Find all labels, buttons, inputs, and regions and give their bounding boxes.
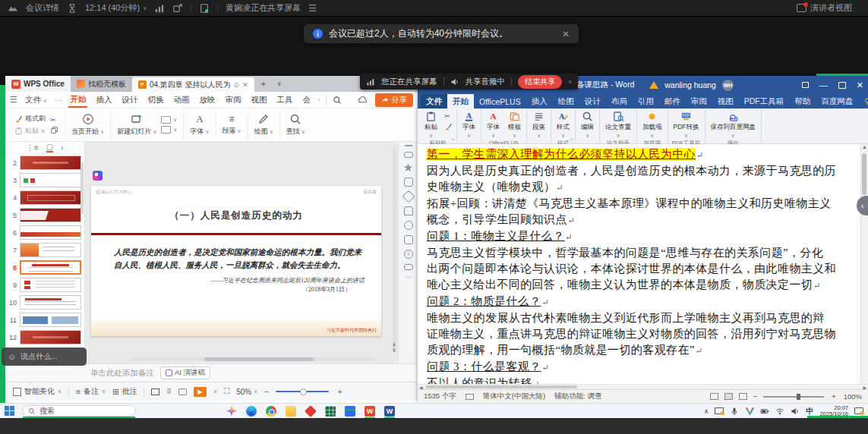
doc-line-3[interactable]: 史唯物主义（唯物史观）↵ [418,179,868,196]
wps-menu-开始[interactable]: 开始 [68,93,87,108]
word-tab-百度网盘[interactable]: 百度网盘 [816,94,858,108]
slide-view-icon[interactable]: ▢ [46,143,53,153]
slide-thumbnail-4[interactable]: 4 [5,189,84,206]
meeting-notes-icon[interactable] [199,3,210,14]
wps-ai-icon[interactable] [93,171,103,181]
word-tab-OfficePLUS[interactable]: OfficePLUS [474,94,526,108]
doc-line-11[interactable]: 唯物主义的发展从古代朴素唯物主义到近代形而上学唯物主义再到马克思的辩 [418,310,868,326]
wps-menu-设计[interactable]: 设计 [120,93,139,107]
more-tools-icon[interactable]: ⋯ [405,275,412,278]
wps-home-tab[interactable]: W WPS Office [5,76,71,92]
word-tab-引用[interactable]: 引用 [633,94,659,108]
list-icon[interactable]: ☰ [308,3,317,14]
word-tab-审阅[interactable]: 审阅 [686,94,712,108]
play-options-chevron[interactable]: ∨ [213,388,217,395]
slide-thumb-image[interactable] [20,278,81,292]
slide-thumb-image[interactable] [20,313,81,327]
ribbon-button-样式[interactable]: A样式∨ [555,111,571,139]
ribbon-button-论文查重[interactable]: 论文查重∨ [604,111,633,139]
wifi-icon[interactable] [775,407,784,416]
taskbar-app-grid[interactable] [325,406,336,417]
display-notification-icon[interactable] [715,407,724,414]
hamburger-icon[interactable]: ☰ [10,95,17,105]
microphone-icon[interactable] [730,407,739,416]
wps-menu-视图[interactable]: 视图 [249,93,268,107]
word-tab-文件[interactable]: 文件 [421,94,447,108]
doc-line-8[interactable]: 出两个问题即本体论与认识论，本体论探讨世界的本体是什么，由此唯物主义和 [418,261,868,277]
stamp-icon[interactable] [404,221,413,230]
fullscreen-icon[interactable]: ⛶ [224,387,229,396]
read-mode-icon[interactable] [710,393,718,400]
slide-thumb-image[interactable] [20,330,81,344]
wps-menu-工具[interactable]: 工具 [275,93,294,107]
notification-center-icon[interactable] [854,407,863,414]
taskbar-app-word[interactable]: W [384,406,395,417]
tray-chevron-icon[interactable]: ∧ [704,407,709,415]
ime-indicator[interactable]: 中 [806,406,813,417]
slide-thumb-image[interactable] [20,173,81,187]
slide-thumbnail-6[interactable]: 6 [5,224,84,241]
copy-icon[interactable] [50,126,58,134]
ribbon-button-保存到百度网盘[interactable]: 保存到百度网盘∨ [709,111,758,139]
search-icon[interactable] [333,96,342,105]
meeting-chat-input[interactable]: ☺ 说点什么... [2,348,87,366]
theme-dropdown[interactable]: ∨ [161,126,177,134]
start-button[interactable] [5,406,15,417]
tab-close-icon[interactable]: ✕ [242,81,248,89]
frame-icon[interactable] [404,235,413,244]
word-tab-告诉我[interactable]: 告诉我 [858,94,868,108]
normal-view-icon[interactable] [151,388,159,395]
slide-thumb-image[interactable] [20,243,81,257]
doc-line-6[interactable]: 问题 1：唯物主义是什么？↵ [418,228,868,245]
print-layout-icon[interactable] [724,393,733,400]
status-zoom-in[interactable]: ＋ [830,392,838,401]
wps-menu-审阅[interactable]: 审阅 [223,93,242,107]
word-vertical-scrollbar[interactable]: ▲ [860,144,868,384]
meeting-timer[interactable]: 12:14 (40分钟)∨ [85,2,147,14]
help-icon[interactable]: ? [404,250,413,259]
taskbar-app-edge[interactable] [246,406,257,417]
slide-thumb-image[interactable] [20,208,81,222]
crown-icon[interactable] [404,206,413,215]
outline-view-icon[interactable]: ⋮≡ [27,143,39,152]
taskbar-app-tdocs[interactable] [345,406,355,417]
slide-thumbnail-11[interactable]: 11 [5,311,84,329]
zoom-level[interactable]: 50%∨ [236,388,257,396]
doc-line-4[interactable]: 拓展+回顾：讲清楚《马克思主义基本原理》课程中的唯物主义和历史唯物主义 [418,196,868,212]
slide-thumbnail-12[interactable]: 12 [5,329,84,346]
ribbon-button-粘贴[interactable]: 粘贴∨ [423,111,439,139]
reading-view-icon[interactable] [178,388,187,395]
presenter-view-icon[interactable] [797,4,806,12]
presenter-view-label[interactable]: 演讲者视图 [810,2,852,14]
slide-canvas[interactable]: 坚持以人民为中心 第四章 （一）人民是创造历史的动力 人民是历史的创造者，是决定… [91,186,381,336]
slide-vertical-scrollbar[interactable] [393,146,396,353]
doc-line-5[interactable]: 概念，引导学生回顾知识点↵ [418,212,868,228]
status-zoom-slider[interactable] [763,396,824,398]
battery-icon[interactable] [760,407,769,416]
slide-thumbnail-9[interactable]: 9 [5,276,84,294]
proofing-icon[interactable] [466,394,474,400]
notes-toggle-button[interactable]: ≡ 备注∨ [76,386,106,397]
menu-overflow-chevron[interactable]: › [318,97,320,102]
slide-thumbnail-5[interactable]: 5 [5,206,84,224]
status-zoom-out[interactable]: − [753,392,758,401]
word-document-area[interactable]: 第一，学生需深入理解为什么必须坚持以人民为中心↵因为人民是历史真正的创造者，人民… [418,144,868,384]
slide-thumbnail-3[interactable]: 3 [5,171,84,189]
new-tab-button[interactable]: ＋ [254,76,273,92]
thumbnail-scrollbar[interactable] [80,162,84,215]
wps-menu-插入[interactable]: 插入 [94,93,113,107]
cut-icon[interactable]: ✂ [50,116,58,124]
collapse-rail-icon[interactable] [405,145,412,146]
notes-placeholder[interactable]: 单击此处添加备注 [90,368,154,379]
word-tab-设计[interactable]: 设计 [579,94,606,108]
slide-thumb-image[interactable] [20,156,81,170]
language-status[interactable]: 简体中文(中国大陆) [483,392,545,401]
cloud-sync-icon[interactable] [358,95,368,105]
slide-thumbnail-7[interactable]: 7 [5,241,84,259]
more-menu-icon[interactable]: ⋯ [55,96,63,105]
word-count[interactable]: 1535 个字 [424,392,456,401]
ribbon-button-字体[interactable]: A字体∨ [461,111,477,139]
ribbon-display-icon[interactable] [802,82,809,88]
meeting-tray-icon[interactable] [745,407,754,416]
slide-thumb-image[interactable] [20,295,81,310]
